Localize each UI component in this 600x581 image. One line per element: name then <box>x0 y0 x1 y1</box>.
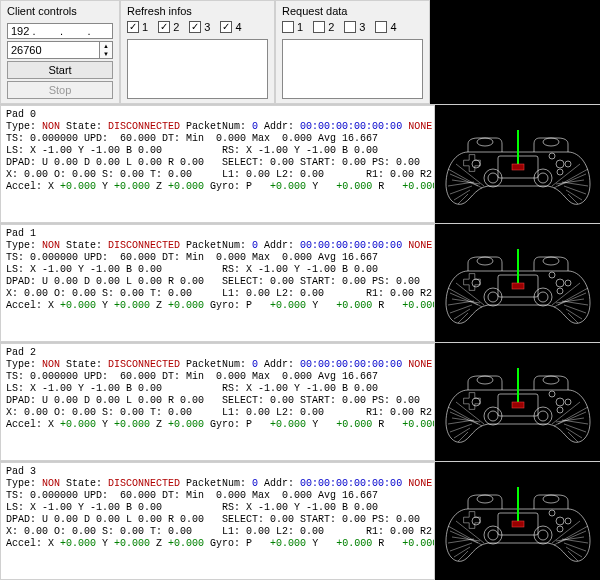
checkbox-box-icon[interactable] <box>375 21 387 33</box>
svg-point-41 <box>557 288 563 294</box>
pad-info-text: Pad 3 Type: NON State: DISCONNECTED Pack… <box>0 462 435 580</box>
svg-point-93 <box>488 530 498 540</box>
svg-line-22 <box>562 182 588 186</box>
checkbox-label: 2 <box>173 21 179 33</box>
svg-line-20 <box>558 174 586 186</box>
svg-line-80 <box>558 412 586 424</box>
svg-point-63 <box>488 411 498 421</box>
svg-point-11 <box>557 169 563 175</box>
start-button[interactable]: Start <box>7 61 113 79</box>
svg-point-71 <box>557 407 563 413</box>
refresh-checkbox-1[interactable]: ✓1 <box>127 21 148 33</box>
pad-info-text: Pad 1 Type: NON State: DISCONNECTED Pack… <box>0 224 435 342</box>
pad-visualization <box>435 462 600 580</box>
svg-point-35 <box>538 292 548 302</box>
checkbox-label: 4 <box>235 21 241 33</box>
request-checkbox-3[interactable]: 3 <box>344 21 365 33</box>
svg-line-53 <box>564 305 586 313</box>
svg-point-37 <box>472 279 480 287</box>
svg-line-112 <box>562 539 588 543</box>
svg-point-38 <box>556 279 564 287</box>
stop-button: Stop <box>7 81 113 99</box>
refresh-checkbox-3[interactable]: ✓3 <box>189 21 210 33</box>
svg-point-33 <box>488 292 498 302</box>
checkbox-box-icon[interactable] <box>344 21 356 33</box>
checkbox-label: 1 <box>297 21 303 33</box>
svg-point-7 <box>472 160 480 168</box>
refresh-checkbox-4[interactable]: ✓4 <box>220 21 241 33</box>
svg-line-77 <box>458 432 468 442</box>
checkbox-box-icon[interactable]: ✓ <box>127 21 139 33</box>
svg-line-12 <box>450 174 478 186</box>
svg-rect-29 <box>512 164 524 170</box>
port-spinner[interactable]: ▲▼ <box>7 41 113 59</box>
svg-point-67 <box>472 398 480 406</box>
spin-up-icon[interactable]: ▲ <box>100 42 112 50</box>
svg-point-0 <box>477 138 493 146</box>
checkbox-label: 2 <box>328 21 334 33</box>
svg-line-110 <box>558 531 586 543</box>
checkbox-box-icon[interactable]: ✓ <box>158 21 170 33</box>
client-controls-panel: Client controls ▲▼ Start Stop <box>0 0 120 104</box>
svg-line-25 <box>568 194 578 204</box>
svg-line-42 <box>450 293 478 305</box>
port-spin-buttons[interactable]: ▲▼ <box>99 41 113 59</box>
svg-point-90 <box>477 495 493 503</box>
checkbox-box-icon[interactable]: ✓ <box>220 21 232 33</box>
pad-row: Pad 0 Type: NON State: DISCONNECTED Pack… <box>0 104 600 223</box>
pad-visualization <box>435 343 600 461</box>
request-data-panel: Request data 1234 <box>275 0 430 104</box>
svg-line-107 <box>458 551 468 561</box>
client-controls-title: Client controls <box>7 5 113 17</box>
svg-line-104 <box>448 539 474 543</box>
pad-visualization <box>435 105 600 223</box>
svg-line-14 <box>448 182 474 186</box>
svg-line-82 <box>562 420 588 424</box>
svg-point-97 <box>472 517 480 525</box>
svg-point-98 <box>556 517 564 525</box>
spin-down-icon[interactable]: ▼ <box>100 50 112 58</box>
svg-point-9 <box>549 153 555 159</box>
svg-line-45 <box>450 305 472 313</box>
top-visual-area <box>430 0 600 104</box>
svg-line-74 <box>448 420 474 424</box>
svg-point-5 <box>538 173 548 183</box>
svg-point-91 <box>543 495 559 503</box>
request-checkbox-1[interactable]: 1 <box>282 21 303 33</box>
checkbox-box-icon[interactable] <box>282 21 294 33</box>
checkbox-box-icon[interactable] <box>313 21 325 33</box>
refresh-infos-panel: Refresh infos ✓1✓2✓3✓4 <box>120 0 275 104</box>
svg-point-70 <box>565 399 571 405</box>
svg-line-15 <box>450 186 472 194</box>
checkbox-label: 1 <box>142 21 148 33</box>
svg-point-3 <box>488 173 498 183</box>
svg-point-99 <box>549 510 555 516</box>
svg-line-105 <box>450 543 472 551</box>
port-input[interactable] <box>7 41 99 59</box>
svg-line-23 <box>564 186 586 194</box>
svg-line-115 <box>568 551 578 561</box>
refresh-checkbox-2[interactable]: ✓2 <box>158 21 179 33</box>
svg-line-102 <box>450 531 478 543</box>
svg-line-17 <box>458 194 468 204</box>
svg-point-1 <box>543 138 559 146</box>
svg-line-55 <box>568 313 578 323</box>
request-checkbox-4[interactable]: 4 <box>375 21 396 33</box>
request-data-textarea[interactable] <box>282 39 423 99</box>
refresh-infos-textarea[interactable] <box>127 39 268 99</box>
checkbox-box-icon[interactable]: ✓ <box>189 21 201 33</box>
svg-line-113 <box>564 543 586 551</box>
ip-input[interactable] <box>7 23 113 39</box>
svg-line-50 <box>558 293 586 305</box>
pad-info-text: Pad 0 Type: NON State: DISCONNECTED Pack… <box>0 105 435 223</box>
svg-point-39 <box>549 272 555 278</box>
svg-point-69 <box>549 391 555 397</box>
svg-point-31 <box>543 257 559 265</box>
svg-point-10 <box>565 161 571 167</box>
svg-rect-59 <box>512 283 524 289</box>
svg-line-52 <box>562 301 588 305</box>
svg-line-44 <box>448 301 474 305</box>
svg-point-61 <box>543 376 559 384</box>
request-checkbox-2[interactable]: 2 <box>313 21 334 33</box>
svg-rect-89 <box>512 402 524 408</box>
